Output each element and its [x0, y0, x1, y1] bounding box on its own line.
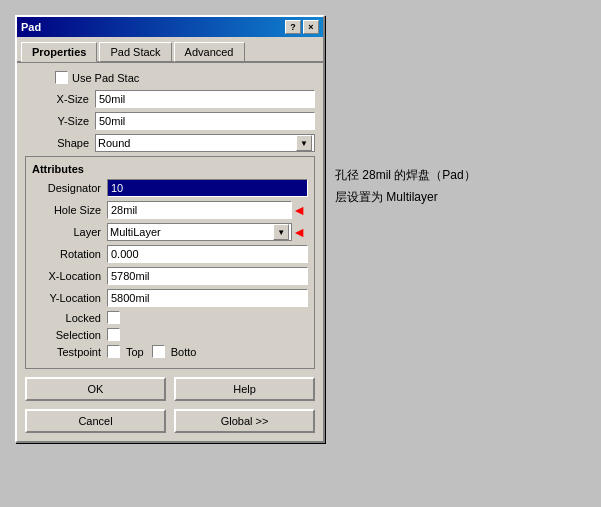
pad-dialog: Pad ? × Properties Pad Stack Advanced — [15, 15, 325, 443]
shape-select-wrapper: Round ▼ — [95, 134, 315, 152]
title-bar: Pad ? × — [17, 17, 323, 37]
layer-label: Layer — [32, 226, 107, 238]
window-title: Pad — [21, 21, 41, 33]
layer-select[interactable]: MultiLayer ▼ — [107, 223, 292, 241]
content-area: Use Pad Stac X-Size Y-Size Shape — [17, 63, 323, 441]
layer-row: Layer MultiLayer ▼ ◄ — [32, 223, 308, 241]
tab-properties[interactable]: Properties — [21, 42, 97, 62]
ok-button[interactable]: OK — [25, 377, 166, 401]
global-button[interactable]: Global >> — [174, 409, 315, 433]
rotation-input[interactable] — [107, 245, 308, 263]
designator-input[interactable] — [107, 179, 308, 197]
shape-row: Shape Round ▼ — [25, 134, 315, 152]
help-button[interactable]: Help — [174, 377, 315, 401]
testpoint-top-label: Top — [126, 346, 144, 358]
x-location-input[interactable] — [107, 267, 308, 285]
selection-row: Selection — [32, 328, 308, 341]
tab-advanced[interactable]: Advanced — [174, 42, 245, 62]
hole-size-input[interactable] — [107, 201, 292, 219]
y-size-row: Y-Size — [25, 112, 315, 130]
hole-size-arrow: ◄ — [292, 202, 306, 218]
shape-label: Shape — [25, 137, 95, 149]
shape-value: Round — [98, 137, 296, 149]
selection-checkbox[interactable] — [107, 328, 120, 341]
x-location-row: X-Location — [32, 267, 308, 285]
layer-value: MultiLayer — [110, 226, 273, 238]
testpoint-bottom-checkbox[interactable] — [152, 345, 165, 358]
tab-pad-stack[interactable]: Pad Stack — [99, 42, 171, 62]
y-location-input[interactable] — [107, 289, 308, 307]
x-size-label: X-Size — [25, 93, 95, 105]
hole-size-row: Hole Size ◄ — [32, 201, 308, 219]
shape-dropdown-arrow[interactable]: ▼ — [296, 135, 312, 151]
y-location-label: Y-Location — [32, 292, 107, 304]
y-size-label: Y-Size — [25, 115, 95, 127]
y-location-row: Y-Location — [32, 289, 308, 307]
locked-label: Locked — [32, 312, 107, 324]
testpoint-top-checkbox[interactable] — [107, 345, 120, 358]
layer-arrow: ◄ — [292, 224, 306, 240]
x-location-label: X-Location — [32, 270, 107, 282]
rotation-row: Rotation — [32, 245, 308, 263]
tab-bar: Properties Pad Stack Advanced — [17, 37, 323, 63]
rotation-label: Rotation — [32, 248, 107, 260]
hole-size-label: Hole Size — [32, 204, 107, 216]
cancel-button[interactable]: Cancel — [25, 409, 166, 433]
annotation-line2: 层设置为 Multilayer — [335, 187, 476, 209]
designator-label: Designator — [32, 182, 107, 194]
title-bar-buttons: ? × — [285, 20, 319, 34]
y-size-input[interactable] — [95, 112, 315, 130]
button-row-2: Cancel Global >> — [25, 409, 315, 433]
attributes-title: Attributes — [32, 163, 308, 175]
testpoint-row: Testpoint Top Botto — [32, 345, 308, 358]
designator-row: Designator — [32, 179, 308, 197]
x-size-input[interactable] — [95, 90, 315, 108]
button-row-1: OK Help — [25, 377, 315, 401]
testpoint-bottom-label: Botto — [171, 346, 197, 358]
x-size-row: X-Size — [25, 90, 315, 108]
use-pad-stac-row: Use Pad Stac — [25, 71, 315, 84]
attributes-group: Attributes Designator Hole Size ◄ L — [25, 156, 315, 369]
locked-row: Locked — [32, 311, 308, 324]
shape-select[interactable]: Round ▼ — [95, 134, 315, 152]
layer-dropdown-arrow[interactable]: ▼ — [273, 224, 289, 240]
locked-checkbox[interactable] — [107, 311, 120, 324]
close-title-btn[interactable]: × — [303, 20, 319, 34]
help-title-btn[interactable]: ? — [285, 20, 301, 34]
annotation: 孔径 28mil 的焊盘（Pad） 层设置为 Multilayer — [335, 165, 476, 208]
annotation-line1: 孔径 28mil 的焊盘（Pad） — [335, 165, 476, 187]
use-pad-stac-checkbox[interactable] — [55, 71, 68, 84]
selection-label: Selection — [32, 329, 107, 341]
use-pad-stac-label: Use Pad Stac — [72, 72, 139, 84]
testpoint-label: Testpoint — [32, 346, 107, 358]
